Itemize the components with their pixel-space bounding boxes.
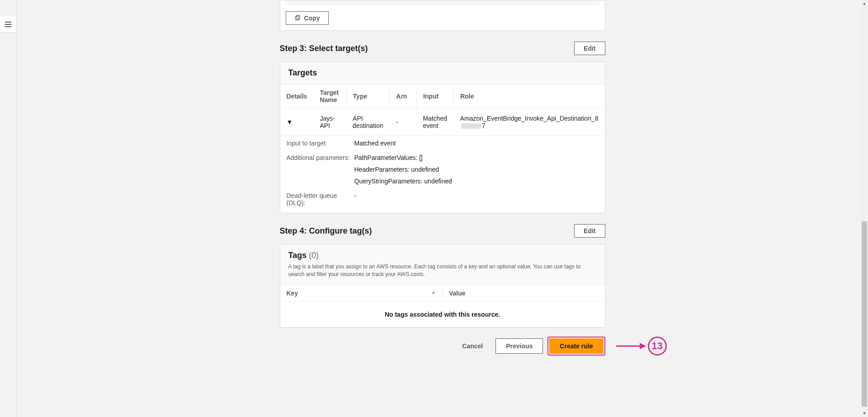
step3-header: Step 3: Select target(s) Edit xyxy=(280,42,605,55)
copy-label: Copy xyxy=(304,14,320,22)
table-header-row: Key ▲ Value xyxy=(280,285,605,302)
input-to-target-value: Matched event xyxy=(354,140,599,147)
tags-title: Tags (0) xyxy=(288,251,597,260)
targets-panel: Targets Details Target Name Type Arn Inp… xyxy=(280,61,605,213)
cell-type: API destination xyxy=(346,108,390,136)
col-key[interactable]: Key ▲ xyxy=(280,285,443,302)
cell-target-name: Jays-API xyxy=(313,108,346,136)
col-input[interactable]: Input xyxy=(416,84,453,108)
tags-panel-header: Tags (0) A tag is a label that you assig… xyxy=(280,244,605,285)
step4-title: Step 4: Configure tag(s) xyxy=(280,226,372,236)
cell-input: Matched event xyxy=(416,108,453,136)
step4-header: Step 4: Configure tag(s) Edit xyxy=(280,224,605,238)
table-header-row: Details Target Name Type Arn Input Role xyxy=(280,84,605,108)
redacted-text xyxy=(461,123,481,129)
code-area xyxy=(286,0,599,6)
edit-step4-button[interactable]: Edit xyxy=(574,224,605,238)
targets-panel-header: Targets xyxy=(280,62,605,84)
additional-params-value: PathParameterValues: [] HeaderParameters… xyxy=(354,154,599,185)
col-value[interactable]: Value xyxy=(443,285,605,302)
empty-row: No tags associated with this resource. xyxy=(280,301,605,327)
create-button-highlight: Create rule xyxy=(547,337,605,356)
col-arn[interactable]: Arn xyxy=(390,84,417,108)
scrollbar[interactable]: ▲ ▼ xyxy=(861,0,868,374)
create-rule-button[interactable]: Create rule xyxy=(549,338,603,354)
annotation: 13 xyxy=(614,337,667,356)
dlq-value: - xyxy=(354,192,599,206)
footer-buttons: Cancel Previous Create rule xyxy=(280,337,605,356)
step3-title: Step 3: Select target(s) xyxy=(280,44,368,53)
tags-table: Key ▲ Value No tags associated with this… xyxy=(280,285,605,327)
cell-arn: - xyxy=(390,108,417,136)
hamburger-icon xyxy=(5,21,12,28)
empty-message: No tags associated with this resource. xyxy=(280,301,605,327)
tags-description: A tag is a label that you assign to an A… xyxy=(288,263,597,278)
scroll-up-arrow-icon[interactable]: ▲ xyxy=(861,0,868,7)
expand-arrow-icon[interactable]: ▼ xyxy=(287,118,293,126)
col-target-name[interactable]: Target Name xyxy=(313,84,346,108)
code-panel: Copy xyxy=(280,0,605,31)
dlq-label: Dead-letter queue (DLQ): xyxy=(287,192,354,206)
previous-button[interactable]: Previous xyxy=(495,338,543,354)
sidebar-toggle[interactable] xyxy=(0,16,16,33)
cell-role: Amazon_EventBridge_Invoke_Api_Destinatio… xyxy=(454,108,605,136)
scroll-thumb[interactable] xyxy=(862,221,867,374)
copy-icon xyxy=(294,15,301,21)
edit-step3-button[interactable]: Edit xyxy=(574,42,605,55)
annotation-number: 13 xyxy=(648,337,667,356)
copy-button[interactable]: Copy xyxy=(286,11,329,25)
col-role[interactable]: Role xyxy=(454,84,605,108)
sort-icon: ▲ xyxy=(431,290,436,295)
arrow-icon xyxy=(614,337,646,355)
col-details: Details xyxy=(280,84,314,108)
targets-table: Details Target Name Type Arn Input Role … xyxy=(280,84,605,136)
sidebar-border xyxy=(16,0,17,374)
cancel-button[interactable]: Cancel xyxy=(454,339,491,353)
table-row: ▼ Jays-API API destination - Matched eve… xyxy=(280,108,605,136)
tags-panel: Tags (0) A tag is a label that you assig… xyxy=(280,244,605,328)
col-type[interactable]: Type xyxy=(346,84,390,108)
svg-marker-3 xyxy=(640,343,646,349)
additional-params-label: Additional parameters: xyxy=(287,154,354,185)
input-to-target-label: Input to target: xyxy=(287,140,354,147)
target-details: Input to target: Matched event Additiona… xyxy=(280,136,605,213)
footer-row: Cancel Previous Create rule 13 xyxy=(280,337,605,356)
targets-title: Targets xyxy=(288,68,597,78)
